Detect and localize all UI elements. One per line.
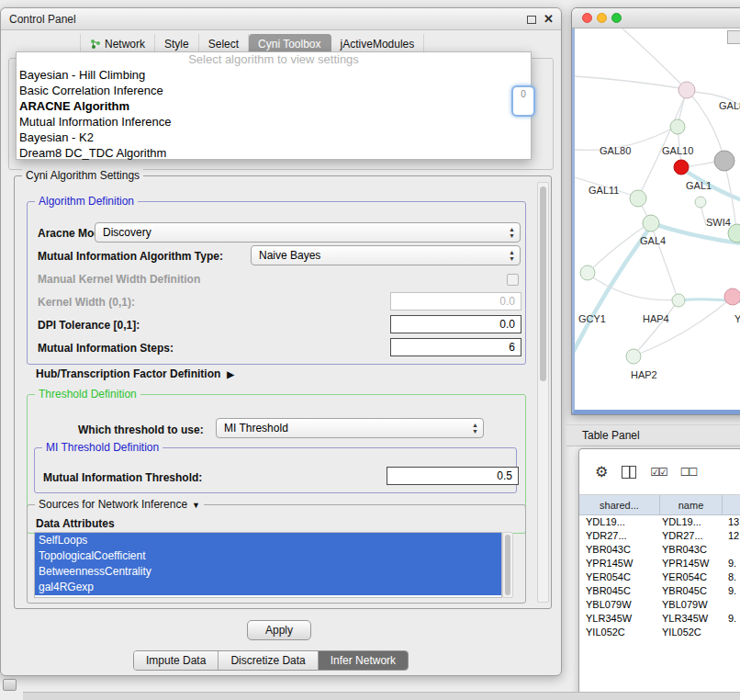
network-node[interactable] [630, 190, 646, 207]
network-node[interactable] [672, 294, 685, 307]
network-edge[interactable] [622, 28, 686, 89]
network-node[interactable] [724, 288, 740, 305]
canvas-corner-widget[interactable] [727, 30, 740, 44]
node-label-gal80: GAL80 [600, 145, 631, 156]
table-row[interactable]: YPR145WYPR145W9. [579, 557, 740, 570]
table-cell: YLR345W [660, 612, 723, 626]
table-cell: YBL079W [579, 598, 660, 612]
hub-section-label: Hub/Transcription Factor Definition [36, 367, 220, 380]
network-edge[interactable] [575, 76, 686, 89]
bottom-tab-impute-data[interactable]: Impute Data [134, 651, 219, 670]
desktop: Control Panel ✕ NetworkStyleSelectCyni T… [0, 0, 740, 700]
mi-type-label: Mutual Information Algorithm Type: [38, 250, 223, 263]
algorithm-dropdown-list: Select algorithm to view settings Bayesi… [16, 51, 532, 160]
column-header-name[interactable]: name [660, 495, 723, 514]
manual-kernel-label: Manual Kernel Width Definition [38, 273, 200, 286]
algorithm-option-dream8-dc-tdc-algorithm[interactable]: Dream8 DC_TDC Algorithm [17, 145, 531, 161]
close-icon[interactable]: ✕ [544, 12, 554, 26]
dpi-tolerance-field[interactable]: 0.0 [390, 315, 521, 333]
float-window-icon[interactable] [527, 16, 536, 24]
network-edge[interactable] [634, 299, 731, 356]
network-node[interactable] [678, 82, 695, 98]
which-threshold-select[interactable]: MI Threshold ▲ ▼ [216, 418, 484, 438]
table-row[interactable]: YBL079WYBL079W [579, 598, 740, 612]
bottom-tab-discretize-data[interactable]: Discretize Data [219, 651, 318, 670]
attribute-item-topologicalcoefficient[interactable]: TopologicalCoefficient [35, 548, 501, 564]
attribute-item-betweennesscentrality[interactable]: BetweennessCentrality [35, 564, 501, 580]
table-cell: YDR27... [579, 529, 660, 543]
network-edge[interactable] [588, 224, 648, 273]
network-node[interactable] [695, 197, 706, 208]
column-header-shared-name[interactable]: shared... [579, 495, 660, 514]
attribute-item-gal4rgexp[interactable]: gal4RGexp [35, 580, 501, 595]
threshold-definition-title: Threshold Definition [35, 388, 140, 401]
node-label-gal4: GAL4 [640, 235, 666, 246]
node-label-gal10: GAL10 [662, 145, 693, 156]
network-node[interactable] [643, 215, 659, 231]
settings-scrollbar[interactable] [537, 182, 549, 603]
zoom-traffic-light-icon[interactable] [611, 13, 622, 23]
node-label-hap2: HAP2 [631, 369, 657, 380]
deselect-all-icon[interactable]: ☐☐ [680, 466, 697, 479]
network-node[interactable] [580, 265, 595, 280]
data-attributes-list[interactable]: SelfLoopsTopologicalCoefficientBetweenne… [34, 532, 502, 598]
columns-icon[interactable] [622, 466, 636, 479]
network-canvas[interactable]: GAL8GAL80GAL10GAL11GAL1SWI4GAL4GCY1HAP4Y… [572, 28, 740, 414]
dpi-tolerance-label: DPI Tolerance [0,1]: [38, 319, 140, 332]
which-threshold-value: MI Threshold [224, 422, 288, 435]
select-all-icon[interactable]: ☑☑ [650, 466, 667, 479]
table-row[interactable]: YDR27...YDR27...12 [579, 529, 740, 543]
table-row[interactable]: YLR345WYLR345W9. [579, 612, 740, 626]
algorithm-option-aracne-algorithm[interactable]: ARACNE Algorithm [17, 98, 531, 114]
table-cell: YBR045C [579, 584, 660, 598]
algorithm-dropdown-prompt: Select algorithm to view settings [17, 52, 531, 67]
algorithm-option-bayesian-k2[interactable]: Bayesian - K2 [17, 130, 531, 145]
algorithm-option-bayesian-hill-climbing[interactable]: Bayesian - Hill Climbing [17, 67, 531, 83]
table-body: YDL19...YDL19...13YDR27...YDR27...12YBR0… [579, 515, 740, 639]
network-edge[interactable] [588, 274, 678, 300]
minimize-traffic-light-icon[interactable] [597, 13, 607, 23]
close-traffic-light-icon[interactable] [582, 13, 592, 23]
table-row[interactable]: YIL052CYIL052C [579, 626, 740, 639]
table-cell: YDR27... [660, 529, 723, 543]
bottom-tab-infer-network[interactable]: Infer Network [319, 651, 408, 670]
algorithm-option-mutual-information-inference[interactable]: Mutual Information Inference [17, 114, 531, 130]
spinner-fragment[interactable]: 0 [511, 85, 535, 117]
arrow-up-icon: ▲ [472, 422, 478, 428]
table-row[interactable]: YBR045CYBR045C9. [579, 584, 740, 598]
column-header-clipped[interactable] [723, 495, 740, 514]
table-cell: 9. [723, 612, 740, 626]
network-edge[interactable] [689, 162, 715, 166]
mi-threshold-field[interactable]: 0.5 [387, 467, 519, 485]
mi-type-select[interactable]: Naive Bayes ▲ ▼ [251, 245, 521, 265]
network-window-titlebar[interactable] [572, 8, 740, 28]
table-row[interactable]: YER054CYER054C8. [579, 570, 740, 584]
table-cell: YIL052C [579, 626, 660, 639]
attributes-list-scrollbar[interactable] [502, 532, 513, 598]
kernel-width-label: Kernel Width (0,1): [38, 296, 135, 309]
network-node[interactable] [670, 119, 685, 134]
window-title: Control Panel [9, 13, 76, 26]
attribute-item-selfloops[interactable]: SelfLoops [35, 533, 501, 548]
network-node[interactable] [674, 160, 689, 175]
table-cell [723, 543, 740, 557]
tab-label: Style [164, 38, 189, 51]
collapse-icon[interactable]: ▼ [192, 501, 200, 510]
gear-icon[interactable]: ⚙ [595, 463, 608, 480]
apply-button[interactable]: Apply [247, 620, 311, 640]
table-cell: YDL19... [579, 515, 660, 529]
network-node[interactable] [626, 349, 641, 364]
node-label-gal11: GAL11 [589, 185, 619, 196]
table-row[interactable]: YDL19...YDL19...13 [579, 515, 740, 529]
minimized-window-icon[interactable] [3, 679, 17, 691]
mi-steps-field[interactable]: 6 [390, 338, 521, 356]
table-cell: 8. [723, 570, 740, 584]
hub-section-toggle[interactable]: Hub/Transcription Factor Definition▶ [36, 367, 234, 380]
network-node[interactable] [714, 151, 734, 171]
control-panel-titlebar[interactable]: Control Panel ✕ [1, 8, 561, 30]
aracne-mode-select[interactable]: Discovery ▲ ▼ [95, 222, 521, 243]
combo-arrows-icon: ▲ ▼ [509, 249, 515, 262]
algorithm-option-basic-correlation-inference[interactable]: Basic Correlation Inference [17, 83, 531, 98]
tab-label: jActiveModules [341, 38, 415, 51]
table-row[interactable]: YBR043CYBR043C [579, 543, 740, 557]
